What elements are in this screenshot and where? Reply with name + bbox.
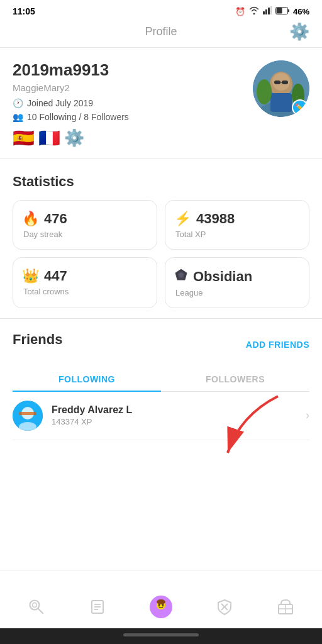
friends-section: Friends ADD FRIENDS FOLLOWING FOLLOWERS … <box>0 319 322 440</box>
svg-point-26 <box>33 603 37 608</box>
page-title: Profile <box>145 25 177 38</box>
avatar[interactable]: ✏️ <box>253 60 309 117</box>
svg-rect-3 <box>270 6 272 14</box>
svg-rect-23 <box>19 412 36 415</box>
following-info: 👥 10 Following / 8 Followers <box>13 112 253 122</box>
status-bar: 11:05 ⏰ 46% <box>0 0 322 20</box>
friend-avatar <box>13 401 43 431</box>
svg-line-27 <box>38 609 43 613</box>
battery-icon <box>275 7 289 16</box>
league-value: Obsidian <box>193 269 252 285</box>
friend-row[interactable]: Freddy Alvarez L 143374 XP › <box>13 392 309 440</box>
nav-store[interactable] <box>277 598 294 616</box>
bottom-nav <box>0 570 322 628</box>
course-settings-icon[interactable]: ⚙️ <box>64 128 84 148</box>
profile-info: 2019ma9913 MaggieMary2 🕐 Joined July 201… <box>13 60 253 148</box>
fire-icon: 🔥 <box>22 211 39 227</box>
signal-icon <box>263 6 272 16</box>
crowns-label: Total crowns <box>22 287 148 296</box>
nav-learn[interactable] <box>89 598 106 616</box>
svg-rect-0 <box>263 11 265 14</box>
svg-rect-6 <box>288 9 289 12</box>
home-bar <box>123 633 199 636</box>
username: 2019ma9913 <box>13 60 253 80</box>
friends-tabs: FOLLOWING FOLLOWERS <box>13 368 309 392</box>
settings-icon[interactable]: ⚙️ <box>289 22 309 42</box>
join-date: 🕐 Joined July 2019 <box>13 98 253 108</box>
xp-label: Total XP <box>174 230 300 239</box>
stat-card-crowns: 👑 447 Total crowns <box>13 257 157 308</box>
home-indicator <box>0 628 322 644</box>
lightning-icon: ⚡ <box>174 211 191 227</box>
alarm-icon: ⏰ <box>235 7 245 16</box>
flag-spain: 🇪🇸 <box>13 130 35 147</box>
wifi-icon <box>249 6 259 16</box>
people-icon: 👥 <box>13 112 23 122</box>
friends-header: Friends ADD FRIENDS <box>13 331 309 358</box>
svg-point-15 <box>257 79 272 104</box>
friend-xp: 143374 XP <box>52 417 306 426</box>
tab-followers[interactable]: FOLLOWERS <box>161 368 309 391</box>
svg-rect-14 <box>270 93 292 112</box>
flag-france: 🇫🇷 <box>38 130 60 147</box>
svg-point-35 <box>158 604 160 606</box>
nav-search[interactable] <box>28 598 45 616</box>
svg-rect-11 <box>274 80 280 84</box>
svg-rect-12 <box>282 80 288 84</box>
status-icons: ⏰ 46% <box>235 6 309 16</box>
display-name: MaggieMary2 <box>13 82 253 93</box>
statistics-section: Statistics 🔥 476 Day streak ⚡ 43988 Tota… <box>0 158 322 319</box>
nav-profile-active[interactable] <box>150 596 172 618</box>
friend-info: Freddy Alvarez L 143374 XP <box>52 404 306 426</box>
battery-percent: 46% <box>293 7 309 16</box>
add-friends-button[interactable]: ADD FRIENDS <box>246 340 309 350</box>
edit-avatar-button[interactable]: ✏️ <box>292 99 308 116</box>
nav-leaderboard[interactable] <box>216 598 233 616</box>
obsidian-icon <box>174 268 188 286</box>
xp-value: 43988 <box>196 211 235 227</box>
time: 11:05 <box>13 6 35 16</box>
statistics-title: Statistics <box>13 174 309 190</box>
svg-point-36 <box>162 604 164 606</box>
streak-value: 476 <box>44 211 67 227</box>
tab-following[interactable]: FOLLOWING <box>13 368 161 392</box>
friends-title: Friends <box>13 331 62 348</box>
page-header: Profile ⚙️ <box>0 20 322 48</box>
flags-row: 🇪🇸 🇫🇷 ⚙️ <box>13 128 253 148</box>
crown-icon: 👑 <box>22 268 39 284</box>
svg-rect-5 <box>276 8 282 13</box>
stat-card-league: Obsidian League <box>165 257 309 308</box>
profile-section: 2019ma9913 MaggieMary2 🕐 Joined July 201… <box>0 48 322 158</box>
svg-rect-37 <box>157 610 165 615</box>
stats-grid: 🔥 476 Day streak ⚡ 43988 Total XP 👑 447 … <box>13 200 309 308</box>
stat-card-xp: ⚡ 43988 Total XP <box>165 200 309 250</box>
friends-list: Freddy Alvarez L 143374 XP › <box>13 392 309 440</box>
friend-name: Freddy Alvarez L <box>52 404 306 416</box>
crowns-value: 447 <box>44 268 67 284</box>
stat-card-streak: 🔥 476 Day streak <box>13 200 157 250</box>
svg-point-34 <box>157 599 165 604</box>
svg-rect-2 <box>268 8 270 14</box>
streak-label: Day streak <box>22 230 148 239</box>
chevron-right-icon: › <box>306 409 309 422</box>
svg-rect-1 <box>265 9 267 14</box>
league-label: League <box>174 288 300 297</box>
clock-icon: 🕐 <box>13 98 23 108</box>
